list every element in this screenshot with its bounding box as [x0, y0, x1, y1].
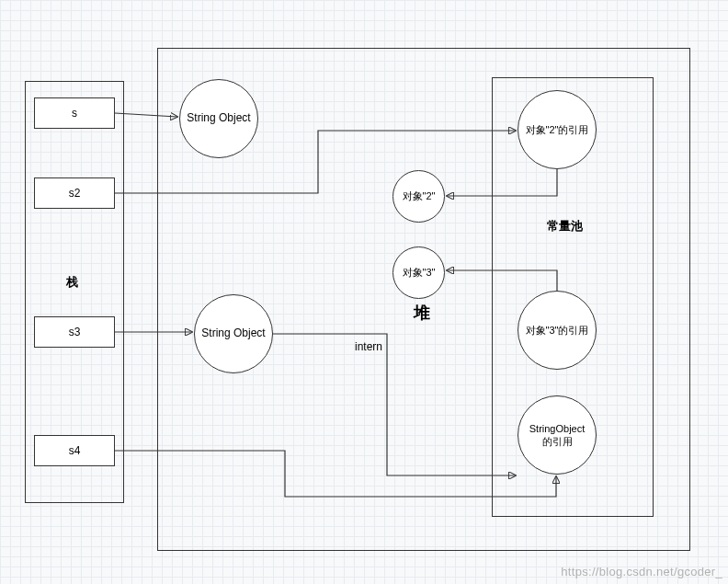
watermark: https://blog.csdn.net/gcoder_	[561, 565, 722, 578]
var-text: s4	[69, 444, 81, 457]
obj-3: 对象"3"	[392, 246, 445, 299]
circle-text: 对象"3"	[403, 266, 436, 279]
circle-text: 对象"2"	[403, 189, 436, 202]
circle-text: 对象"2"的引用	[526, 123, 589, 136]
constant-pool-label: 常量池	[547, 218, 583, 235]
var-s3: s3	[34, 316, 115, 348]
circle-text: String Object	[187, 111, 250, 126]
var-s4: s4	[34, 435, 115, 466]
circle-text: 对象"3"的引用	[526, 324, 589, 337]
stack-label: 栈	[66, 274, 78, 291]
var-s2: s2	[34, 177, 115, 209]
ref-string-object: StringObject 的引用	[518, 395, 597, 475]
circle-text: StringObject 的引用	[529, 422, 586, 449]
intern-label: intern	[355, 340, 382, 353]
heap-label: 堆	[414, 302, 430, 324]
string-object-2: String Object	[194, 294, 273, 373]
obj-2: 对象"2"	[392, 170, 445, 223]
ref-3: 对象"3"的引用	[518, 291, 597, 370]
ref-2: 对象"2"的引用	[518, 90, 597, 169]
var-text: s2	[69, 187, 81, 200]
var-text: s	[72, 107, 77, 120]
string-object-1: String Object	[179, 79, 258, 158]
var-text: s3	[69, 326, 81, 338]
circle-text: String Object	[201, 326, 265, 341]
var-s: s	[34, 97, 115, 129]
